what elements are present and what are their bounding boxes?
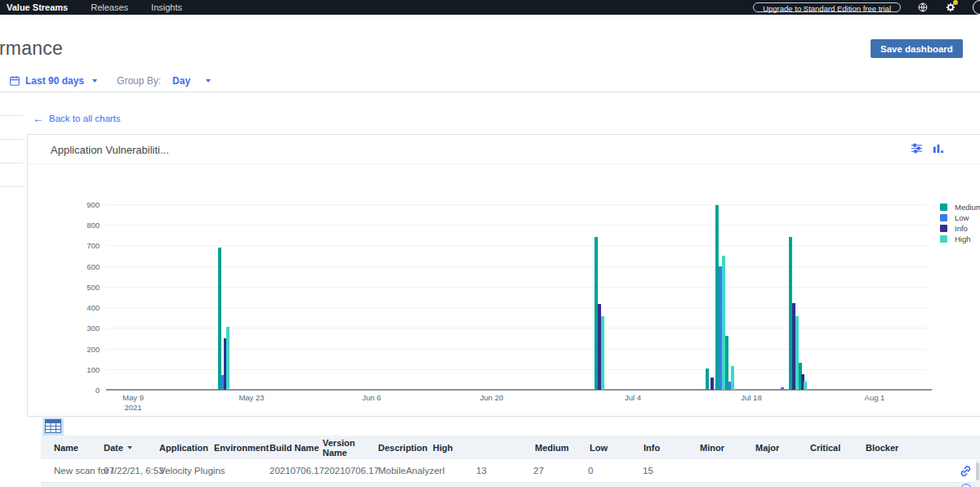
bar-high[interactable] — [731, 366, 734, 390]
nav-item-insights[interactable]: Insights — [151, 2, 182, 12]
cell-build_name: 20210706.17 — [270, 459, 324, 482]
back-arrow-icon: ← — [33, 114, 44, 123]
group-by-select[interactable]: Day — [172, 75, 190, 87]
save-dashboard-button[interactable]: Save dashboard — [871, 39, 963, 58]
globe-icon[interactable] — [917, 2, 929, 13]
column-header-minor[interactable]: Minor — [700, 436, 724, 459]
table-icon — [45, 419, 61, 436]
cell-version_name: 20210706.17 — [324, 459, 379, 482]
bar-info[interactable] — [598, 304, 601, 390]
legend-item-low[interactable]: Low — [940, 214, 980, 221]
chart-title: Application Vulnerabiliti... — [51, 144, 169, 156]
avatar[interactable] — [973, 0, 980, 15]
bar-info[interactable] — [792, 303, 795, 390]
gear-icon[interactable] — [945, 2, 956, 13]
bar-low[interactable] — [719, 266, 722, 390]
nav-item-releases[interactable]: Releases — [91, 2, 128, 12]
bar-high[interactable] — [722, 256, 725, 390]
column-header-blocker[interactable]: Blocker — [866, 436, 898, 459]
notification-dot — [953, 0, 958, 5]
legend-item-high[interactable]: High — [940, 235, 980, 243]
chart-list-item-stub[interactable] — [0, 116, 23, 140]
cell-high: 13 — [476, 459, 487, 482]
table-scrollbar-thumb[interactable] — [976, 462, 979, 480]
bar-medium[interactable] — [789, 237, 792, 390]
bar-medium[interactable] — [715, 205, 719, 390]
sort-caret-icon — [127, 446, 132, 449]
bar-info[interactable] — [710, 378, 714, 390]
date-range-select[interactable]: Last 90 days — [25, 75, 84, 87]
chart-settings-icon[interactable] — [911, 142, 923, 154]
column-header-info[interactable]: Info — [644, 436, 660, 459]
column-header-low[interactable]: Low — [590, 436, 608, 459]
x-tick-label: May 92021 — [109, 393, 158, 413]
legend-label: Low — [955, 213, 969, 222]
bar-high[interactable] — [795, 316, 799, 390]
table-row-partial[interactable] — [41, 483, 980, 487]
bar-medium[interactable] — [706, 369, 709, 390]
link-icon[interactable] — [959, 464, 973, 478]
gridline-200 — [106, 349, 927, 350]
chart-list-item-stub[interactable] — [0, 92, 23, 116]
column-header-build_name[interactable]: Build Name — [270, 436, 319, 459]
x-tick-label: Jun 20 — [467, 393, 516, 403]
x-axis-line — [106, 389, 932, 391]
gridline-800 — [106, 225, 927, 226]
column-header-description[interactable]: Description — [378, 436, 428, 459]
column-header-version_name[interactable]: Version Name — [323, 436, 363, 459]
y-tick-label: 800 — [75, 221, 100, 230]
column-header-name[interactable]: Name — [54, 436, 78, 459]
chart-list-item-stub[interactable] — [0, 140, 23, 163]
chart-type-icon[interactable] — [932, 142, 944, 154]
column-header-environment[interactable]: Environment — [214, 436, 269, 459]
column-header-high[interactable]: High — [433, 436, 452, 459]
upgrade-button[interactable]: Upgrade to Standard Edition free trial — [753, 2, 901, 12]
gridline-900 — [106, 204, 927, 205]
calendar-icon[interactable] — [9, 75, 20, 87]
chart-list-stub — [0, 92, 23, 187]
legend-swatch-high — [940, 235, 947, 243]
legend-item-info[interactable]: Info — [940, 225, 980, 232]
column-header-application[interactable]: Application — [159, 436, 208, 459]
bar-medium[interactable] — [725, 336, 728, 390]
page-title: rmance — [0, 38, 63, 60]
legend-item-medium[interactable]: Medium — [940, 203, 980, 211]
column-header-major[interactable]: Major — [755, 436, 779, 459]
app-screen: Value StreamsReleasesInsights Upgrade to… — [0, 0, 980, 487]
legend-swatch-medium — [940, 203, 947, 211]
column-header-date[interactable]: Date — [104, 436, 132, 459]
cell-low: 0 — [588, 459, 593, 482]
column-header-medium[interactable]: Medium — [535, 436, 569, 459]
cell-date: 07/22/21, 6:53 — [104, 459, 164, 482]
chart-card: Application Vulnerabiliti... — [27, 134, 980, 417]
x-tick-label: Jun 6 — [347, 393, 396, 403]
chart-list-item-stub[interactable] — [0, 163, 23, 187]
group-by-caret-icon[interactable] — [206, 79, 211, 83]
bar-high[interactable] — [601, 316, 604, 390]
bar-medium[interactable] — [218, 248, 221, 390]
x-tick-label: Jul 18 — [727, 393, 776, 403]
y-tick-label: 200 — [75, 345, 100, 354]
gridline-500 — [106, 287, 927, 288]
date-range-caret-icon[interactable] — [92, 79, 97, 83]
y-tick-label: 0 — [75, 386, 100, 395]
cell-info: 15 — [643, 459, 653, 482]
y-tick-label: 100 — [75, 365, 100, 374]
cell-application: Velocity Plugins — [159, 459, 225, 482]
bar-high[interactable] — [226, 327, 229, 390]
nav-item-value-streams[interactable]: Value Streams — [7, 2, 68, 12]
back-link-label: Back to all charts — [49, 114, 121, 123]
bar-low[interactable] — [781, 387, 784, 390]
gridline-100 — [106, 369, 927, 370]
legend-swatch-info — [940, 225, 947, 232]
cell-description: MobileAnalyzerI — [378, 459, 445, 482]
gridline-400 — [106, 307, 927, 308]
back-to-charts-link[interactable]: ← Back to all charts — [33, 114, 121, 123]
nav-items: Value StreamsReleasesInsights — [0, 2, 182, 12]
bar-high[interactable] — [804, 382, 807, 390]
column-header-critical[interactable]: Critical — [810, 436, 840, 459]
group-by-label: Group By: — [117, 75, 161, 87]
y-tick-label: 300 — [75, 324, 100, 333]
bar-medium[interactable] — [595, 237, 598, 390]
top-nav: Value StreamsReleasesInsights Upgrade to… — [0, 0, 980, 15]
